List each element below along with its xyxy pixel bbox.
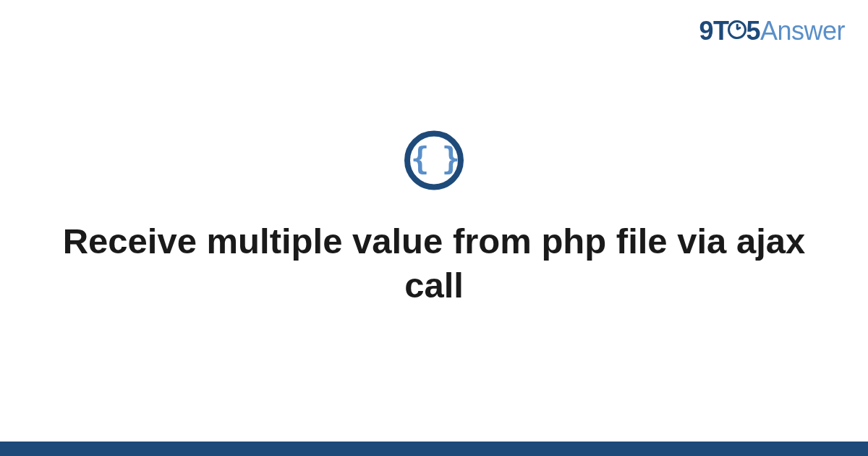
site-logo: 9T5Answer — [699, 16, 845, 48]
page-title: Receive multiple value from php file via… — [0, 219, 868, 308]
main-content: { } Receive multiple value from php file… — [0, 131, 868, 308]
logo-text-5: 5 — [746, 16, 760, 46]
braces-glyph: { } — [411, 144, 457, 174]
code-braces-icon: { } — [404, 131, 464, 190]
footer-bar — [0, 442, 868, 456]
code-icon-wrap: { } — [404, 131, 464, 190]
clock-icon — [728, 15, 746, 46]
logo-text-answer: Answer — [760, 16, 845, 46]
logo-text-9t: 9T — [699, 16, 728, 46]
